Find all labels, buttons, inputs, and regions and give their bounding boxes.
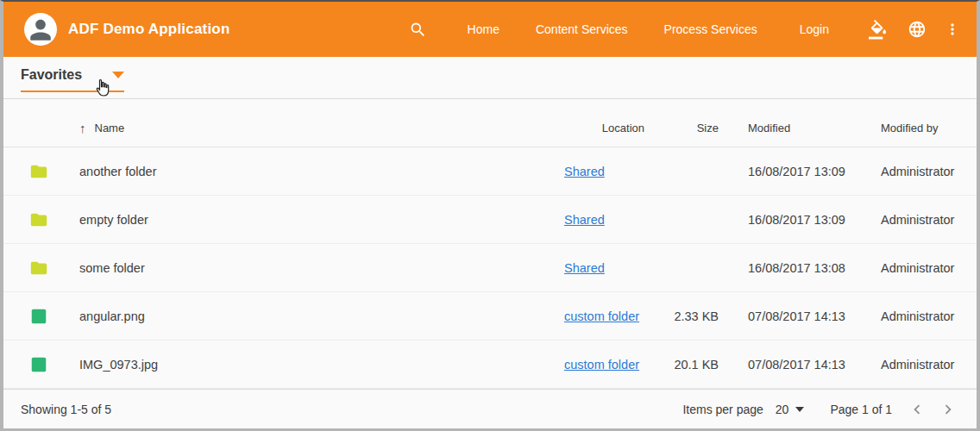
app-title: ADF Demo Application	[68, 21, 230, 38]
folder-icon	[29, 210, 48, 229]
nav-item-login[interactable]: Login	[776, 22, 853, 36]
table-header-row: ↑ Name Location Size Modified Modified b…	[3, 109, 977, 147]
paginator-controls: Items per page 20 Page 1 of 1	[682, 400, 963, 419]
location-link[interactable]: custom folder	[564, 358, 639, 372]
column-header-modified-by[interactable]: Modified by	[853, 122, 977, 134]
modified-date: 16/08/2017 13:09	[724, 165, 853, 178]
person-icon	[26, 15, 55, 44]
app-header: ADF Demo Application Home Content Servic…	[3, 2, 977, 57]
items-per-page-label: Items per page	[682, 403, 763, 416]
folder-icon	[29, 162, 48, 181]
file-size: 2.33 KB	[655, 309, 724, 323]
chevron-down-icon	[112, 72, 124, 78]
avatar[interactable]	[24, 13, 57, 46]
language-globe-icon[interactable]	[908, 20, 927, 39]
documents-table: ↑ Name Location Size Modified Modified b…	[3, 99, 977, 389]
location-link[interactable]: Shared	[564, 165, 605, 178]
app-window: ADF Demo Application Home Content Servic…	[0, 0, 980, 431]
image-file-icon	[29, 355, 48, 374]
page-status-label: Page 1 of 1	[830, 403, 892, 416]
sort-asc-icon: ↑	[79, 122, 86, 134]
chevron-down-icon	[795, 407, 804, 412]
file-name[interactable]: empty folder	[79, 213, 556, 227]
nav-item-content-services[interactable]: Content Services	[518, 22, 646, 36]
more-vert-icon[interactable]	[944, 21, 961, 38]
paginator: Showing 1-5 of 5 Items per page 20 Page …	[3, 389, 977, 428]
modified-date: 16/08/2017 13:08	[724, 261, 853, 275]
table-row[interactable]: some folder Shared 16/08/2017 13:08 Admi…	[3, 244, 977, 292]
table-row[interactable]: IMG_0973.jpg custom folder 20.1 KB 07/08…	[3, 340, 977, 389]
modified-date: 16/08/2017 13:09	[724, 213, 853, 227]
items-per-page-select[interactable]: 20	[776, 403, 805, 416]
location-link[interactable]: Shared	[564, 261, 605, 275]
next-page-button[interactable]	[939, 400, 958, 419]
modified-date: 07/08/2017 14:13	[724, 358, 853, 372]
color-fill-icon[interactable]	[869, 20, 889, 40]
file-name[interactable]: another folder	[79, 165, 556, 178]
modified-by: Administrator	[853, 358, 977, 372]
favorites-dropdown-label: Favorites	[21, 67, 82, 83]
table-row[interactable]: another folder Shared 16/08/2017 13:09 A…	[3, 147, 977, 196]
column-header-name[interactable]: ↑ Name	[79, 122, 556, 134]
modified-by: Administrator	[853, 261, 977, 275]
file-name[interactable]: IMG_0973.jpg	[79, 358, 556, 372]
table-row[interactable]: empty folder Shared 16/08/2017 13:09 Adm…	[3, 196, 977, 244]
showing-range-label: Showing 1-5 of 5	[21, 403, 111, 416]
search-icon[interactable]	[409, 21, 427, 39]
file-name[interactable]: some folder	[79, 261, 556, 275]
modified-by: Administrator	[853, 213, 977, 227]
column-header-size[interactable]: Size	[655, 122, 724, 134]
file-name[interactable]: angular.png	[79, 309, 556, 323]
location-link[interactable]: Shared	[564, 213, 605, 227]
modified-date: 07/08/2017 14:13	[724, 309, 853, 323]
nav-item-home[interactable]: Home	[449, 22, 518, 36]
image-file-icon	[29, 307, 48, 326]
location-link[interactable]: custom folder	[564, 309, 639, 323]
nav-item-process-services[interactable]: Process Services	[646, 22, 776, 36]
favorites-dropdown[interactable]: Favorites	[21, 67, 124, 92]
modified-by: Administrator	[853, 165, 977, 178]
folder-icon	[29, 259, 48, 278]
table-row[interactable]: angular.png custom folder 2.33 KB 07/08/…	[3, 292, 977, 340]
previous-page-button[interactable]	[908, 400, 927, 419]
column-header-location[interactable]: Location	[556, 122, 655, 134]
header-actions: Home Content Services Process Services L…	[409, 20, 964, 40]
view-selector-strip: Favorites	[3, 57, 977, 99]
column-header-modified[interactable]: Modified	[724, 122, 853, 134]
modified-by: Administrator	[853, 309, 977, 323]
file-size: 20.1 KB	[655, 358, 724, 372]
